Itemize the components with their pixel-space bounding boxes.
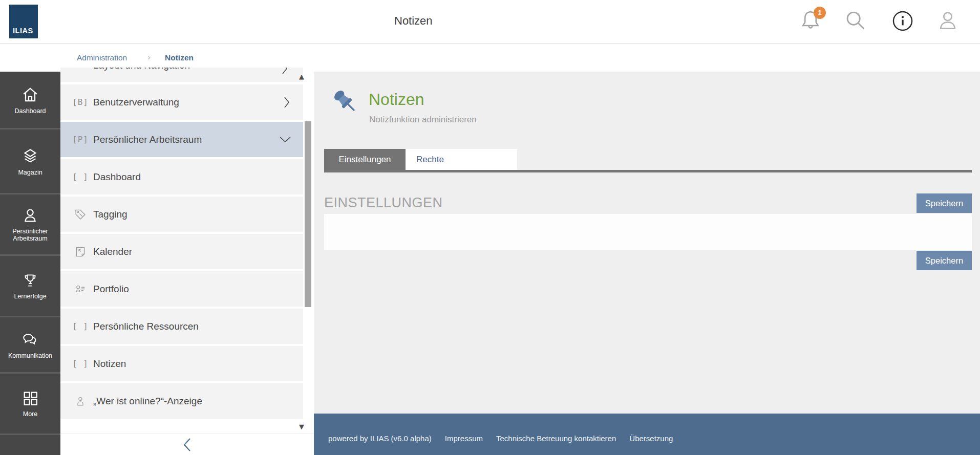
home-icon (21, 85, 39, 104)
search-icon[interactable] (844, 9, 867, 32)
settings-form-row: Notizen aktivieren ✔ (324, 214, 972, 250)
main-nav-rail: Dashboard Magazin Persönlicher Arbeitsra… (0, 72, 60, 455)
ilias-logo[interactable]: ILIAS (9, 5, 38, 38)
info-icon[interactable] (892, 10, 913, 32)
menu-item-benutzerverwaltung[interactable]: [B] Benutzerverwaltung (60, 84, 303, 120)
save-button-bottom[interactable]: Speichern (917, 251, 972, 270)
save-button-top[interactable]: Speichern (917, 193, 972, 213)
menu-scroll-down-icon[interactable]: ▼ (299, 423, 304, 430)
rail-item-magazin[interactable]: Magazin (0, 129, 60, 193)
menu-item-label: Portfolio (93, 271, 129, 307)
rail-item-dashboard[interactable]: Dashboard (0, 72, 60, 128)
trophy-icon (22, 272, 39, 289)
menu-scrollbar[interactable] (305, 121, 311, 307)
header-page-title: Notizen (394, 14, 433, 28)
user-avatar-icon[interactable] (936, 9, 960, 32)
page-title: Notizen (369, 90, 424, 109)
menu-item-label: Persönliche Ressourcen (93, 309, 199, 344)
calendar-icon: 5 (71, 234, 90, 269)
rail-label: Lernerfolge (14, 293, 46, 300)
chevron-down-icon (279, 135, 292, 144)
person-icon (22, 207, 39, 224)
notification-count-badge[interactable]: 1 (814, 7, 826, 19)
menu-item-notizen[interactable]: [ ] Notizen (60, 346, 303, 381)
menu-item-label: Layout und Navigation (93, 68, 190, 71)
menu-item-label: Persönlicher Arbeitsraum (93, 122, 202, 157)
chat-icon (21, 330, 39, 349)
portfolio-icon (71, 271, 90, 307)
ilias-admin-page: ILIAS Notizen 1 Administration › Notizen (0, 0, 980, 455)
svg-text:5: 5 (78, 248, 81, 253)
menu-item-label: Kalender (93, 234, 132, 269)
bracket-p-icon: [P] (71, 122, 90, 157)
collapse-menu-chevron-left-icon[interactable] (182, 437, 193, 452)
rail-label: Dashboard (14, 107, 46, 115)
bracket-empty-icon: [ ] (71, 159, 90, 194)
footer: powered by ILIAS (v6.0 alpha) Impressum … (314, 414, 980, 455)
footer-link-impressum[interactable]: Impressum (445, 434, 483, 443)
menu-item-persoenlicher-arbeitsraum[interactable]: [P] Persönlicher Arbeitsraum (60, 122, 303, 157)
menu-item-dashboard[interactable]: [ ] Dashboard (60, 159, 303, 194)
tab-underline (324, 170, 972, 172)
chevron-right-icon (280, 68, 290, 75)
breadcrumb-notizen[interactable]: Notizen (165, 53, 194, 62)
menu-scroll-up-icon[interactable]: ▲ (299, 73, 304, 80)
top-header: ILIAS Notizen 1 (0, 0, 980, 44)
breadcrumb-separator-icon: › (147, 52, 151, 62)
ilias-logo-label: ILIAS (13, 27, 33, 35)
admin-slideout-menu: Layout und Navigation ▲ [B] Benutzerverw… (60, 68, 314, 455)
tab-rechte[interactable]: Rechte (406, 149, 517, 170)
rail-item-more[interactable]: More (0, 374, 60, 434)
menu-item-label: Benutzerverwaltung (93, 84, 179, 120)
menu-item-label: Notizen (93, 346, 126, 381)
footer-link-uebersetzung[interactable]: Übersetzung (629, 434, 673, 443)
section-heading: EINSTELLUNGEN (324, 195, 443, 211)
grid-icon (22, 389, 39, 407)
rail-label: Persönlicher Arbeitsraum (5, 228, 56, 242)
rail-label: More (23, 410, 37, 418)
tab-einstellungen[interactable]: Einstellungen (324, 149, 406, 170)
page-subtitle: Notizfunktion administrieren (369, 115, 477, 125)
menu-item-label: Tagging (93, 197, 127, 232)
menu-item-label: „Wer ist online?“-Anzeige (93, 383, 202, 419)
menu-item-clipped-top[interactable]: Layout und Navigation (60, 68, 303, 82)
layers-icon (21, 147, 39, 165)
rail-divider (0, 434, 60, 435)
breadcrumb-administration[interactable]: Administration (77, 53, 127, 62)
rail-label: Magazin (18, 169, 42, 176)
menu-item-wer-ist-online-anzeige[interactable]: „Wer ist online?“-Anzeige (60, 383, 303, 419)
menu-item-tagging[interactable]: Tagging (60, 197, 303, 232)
menu-item-label: Dashboard (93, 159, 141, 194)
menu-item-kalender[interactable]: 5 Kalender (60, 234, 303, 269)
powered-by-text: powered by ILIAS (v6.0 alpha) (328, 434, 432, 443)
menu-item-persoenliche-ressourcen[interactable]: [ ] Persönliche Ressourcen (60, 309, 303, 344)
chevron-right-icon (282, 96, 292, 109)
rail-item-lernerfolge[interactable]: Lernerfolge (0, 256, 60, 316)
rail-item-persoenlicher-arbeitsraum[interactable]: Persönlicher Arbeitsraum (0, 194, 60, 254)
footer-link-technische-betreuung[interactable]: Technische Betreuung kontaktieren (496, 434, 616, 443)
bracket-empty-icon: [ ] (71, 346, 90, 381)
menu-collapse-bar[interactable] (60, 434, 314, 455)
rail-label: Kommunikation (8, 352, 52, 359)
menu-item-portfolio[interactable]: Portfolio (60, 271, 303, 307)
rail-item-kommunikation[interactable]: Kommunikation (0, 317, 60, 372)
tag-icon (71, 197, 90, 232)
bracket-empty-icon: [ ] (71, 309, 90, 344)
person-icon (71, 383, 90, 419)
bracket-b-icon: [B] (71, 84, 90, 120)
notes-pin-icon (329, 85, 361, 118)
